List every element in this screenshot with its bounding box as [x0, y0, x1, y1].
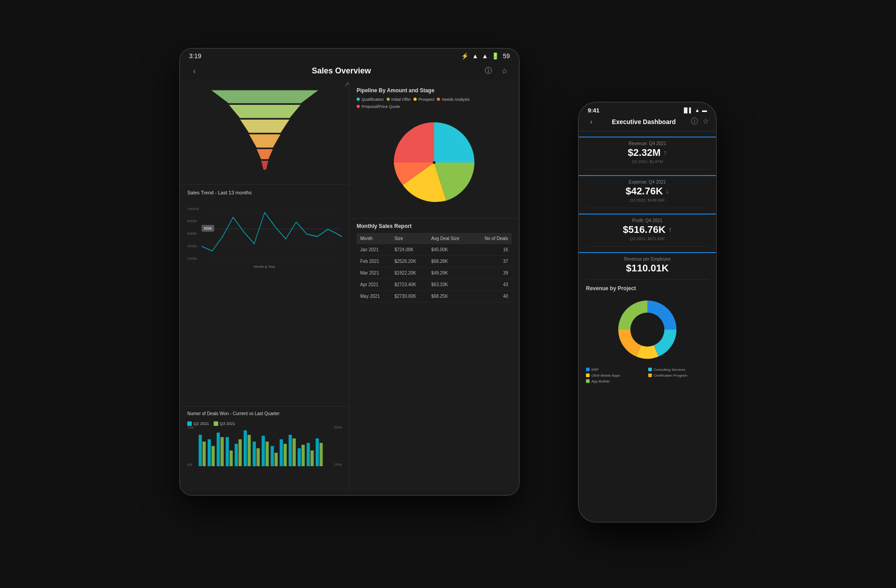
svg-rect-27: [289, 435, 292, 466]
metric-revenue-value-row: $2.32M ↑: [586, 147, 709, 159]
svg-point-46: [630, 313, 664, 347]
phone-back-button[interactable]: ‹: [586, 116, 597, 127]
cell-avg: $68.25K: [428, 290, 473, 302]
phone-favorite-button[interactable]: ☆: [702, 117, 709, 126]
cell-deals: 16: [473, 244, 512, 256]
pipeline-pie-chart: [357, 113, 512, 212]
favorite-button[interactable]: ☆: [499, 66, 510, 77]
legend-q3: Q3 2021: [214, 421, 236, 426]
page-title: Sales Overview: [200, 66, 483, 76]
svg-rect-39: [275, 453, 278, 466]
sales-trend-section: Sales Trend - Last 13 months ↗ 10000k 80…: [180, 184, 349, 406]
legend-needs-analysis: Needs Analysis: [437, 97, 470, 102]
svg-rect-32: [211, 446, 215, 466]
phone-metrics: Revenue: Q4 2021 $2.32M ↑ Q3 2021: $1.87…: [579, 131, 716, 389]
svg-rect-34: [229, 451, 233, 466]
funnel-level-4: [249, 134, 280, 148]
cell-avg: $45.00K: [428, 244, 473, 256]
metric-rpe-value: $110.01K: [626, 262, 668, 274]
cell-size: $2723.40K: [391, 279, 427, 290]
info-button[interactable]: ⓘ: [483, 66, 494, 77]
battery-icon: 🔋: [491, 52, 499, 60]
svg-rect-22: [244, 430, 247, 466]
funnel-level-3: [240, 120, 289, 133]
x-axis-label: Month & Year: [254, 265, 275, 269]
svg-text:6000k: 6000k: [204, 226, 212, 231]
svg-rect-24: [262, 436, 265, 466]
table-row: May 2021 $2730.00K $68.25K 40: [357, 290, 512, 302]
battery-level: 59: [503, 52, 510, 60]
monthly-sales-title: Monthly Sales Report: [357, 223, 512, 229]
cell-deals: 39: [473, 267, 512, 279]
metric-revenue-compare: Q3 2021: $1.87M: [586, 159, 709, 164]
svg-rect-35: [238, 439, 241, 466]
col-deals: No of Deals: [473, 233, 512, 244]
metric-profit-value: $516.76K: [623, 224, 665, 236]
bluetooth-icon: ⚡: [461, 52, 469, 60]
cell-month: May 2021: [357, 290, 391, 302]
svg-rect-26: [280, 439, 283, 466]
table-header-row: Month Size Avg Deal Size No of Deals: [357, 233, 512, 244]
svg-rect-20: [226, 437, 229, 466]
col-avg: Avg Deal Size: [428, 233, 473, 244]
monthly-sales-table: Month Size Avg Deal Size No of Deals Jan…: [357, 233, 512, 302]
deals-won-section: Numer of Deals Won - Current vs Last Qua…: [180, 406, 349, 491]
metric-rpe-label: Revenue per Employee: [586, 257, 709, 262]
scene: 3:19 ⚡ ▲ ▲ 🔋 59 ‹ Sales Overview ⓘ ☆: [179, 48, 717, 541]
profit-up-arrow-icon: ↑: [668, 226, 672, 234]
cell-month: Jan 2021: [357, 244, 391, 256]
tablet-header: ‹ Sales Overview ⓘ ☆: [180, 63, 519, 81]
pipeline-title: Pipeline By Amount and Stage: [357, 87, 512, 94]
phone-time: 9:41: [588, 107, 599, 114]
y-axis: 10000k 8000k 6000k 4000k 2000k: [187, 207, 201, 261]
cell-month: Apr 2021: [357, 279, 391, 290]
metric-revenue-label: Revenue: Q4 2021: [586, 141, 709, 146]
phone-status-bar: 9:41 ▐▌▌ ▲ ▬: [579, 103, 716, 114]
donut-chart: [586, 296, 709, 363]
legend-consulting: Consulting Services: [648, 368, 709, 372]
phone-page-title: Executive Dashboard: [612, 118, 676, 125]
signal-bars-icon: ▐▌▌: [682, 107, 693, 113]
down-arrow-icon: ↓: [666, 187, 669, 195]
legend-q2: Q2 2021: [187, 421, 209, 426]
tablet-status-bar: 3:19 ⚡ ▲ ▲ 🔋 59: [180, 49, 519, 63]
table-row: Jan 2021 $724.00K $45.00K 16: [357, 244, 512, 256]
svg-rect-33: [220, 437, 224, 466]
pipeline-legend: Qualification Initial Offer Prospect: [357, 97, 512, 109]
cell-avg: $49.29K: [428, 267, 473, 279]
donut-legend: ERP Consulting Services OEM Mobile Apps …: [586, 368, 709, 383]
tablet-time: 3:19: [189, 52, 201, 60]
svg-rect-28: [297, 448, 301, 466]
svg-rect-42: [302, 445, 305, 466]
svg-rect-41: [293, 438, 296, 466]
signal-icon: ▲: [472, 52, 478, 60]
metric-profit: Profit: Q4 2021 $516.76K ↑ Q3 2021: $471…: [586, 208, 709, 247]
phone-header: ‹ Executive Dashboard ⓘ ☆: [579, 114, 716, 131]
battery-icon: ▬: [702, 107, 707, 113]
table-row: Apr 2021 $2723.40K $63.33K 43: [357, 279, 512, 290]
expand-icon-deals[interactable]: ↗: [345, 81, 349, 87]
tablet: 3:19 ⚡ ▲ ▲ 🔋 59 ‹ Sales Overview ⓘ ☆: [179, 48, 520, 496]
table-row: Feb 2021 $2526.20K $68.28K 37: [357, 255, 512, 267]
monthly-sales-section: Monthly Sales Report Month Size Avg Deal…: [349, 219, 519, 491]
col-month: Month: [357, 233, 391, 244]
metric-expense-label: Expense: Q4 2021: [586, 180, 709, 185]
metric-profit-value-row: $516.76K ↑: [586, 224, 709, 236]
right-panel: Pipeline By Amount and Stage Qualificati…: [349, 81, 519, 491]
metric-profit-label: Profit: Q4 2021: [586, 218, 709, 223]
back-button[interactable]: ‹: [189, 66, 200, 77]
legend-proposal: Proposal/Price Quote: [357, 104, 400, 109]
legend-qualification: Qualification: [357, 97, 384, 102]
metric-expense: Expense: Q4 2021 $42.76K ↓ Q3 2021: $148…: [586, 170, 709, 208]
phone-info-button[interactable]: ⓘ: [691, 117, 698, 126]
sales-trend-chart: 10000k 8000k 6000k 4000k 2000k: [187, 198, 342, 270]
svg-rect-29: [307, 443, 310, 466]
funnel-level-5: [257, 149, 273, 159]
phone: 9:41 ▐▌▌ ▲ ▬ ‹ Executive Dashboard ⓘ ☆ R…: [578, 102, 717, 523]
svg-rect-19: [217, 433, 220, 466]
svg-rect-40: [284, 444, 287, 466]
svg-rect-37: [257, 448, 260, 466]
svg-rect-17: [198, 435, 202, 466]
sales-trend-title: Sales Trend - Last 13 months: [187, 190, 252, 195]
cell-month: Mar 2021: [357, 267, 391, 279]
